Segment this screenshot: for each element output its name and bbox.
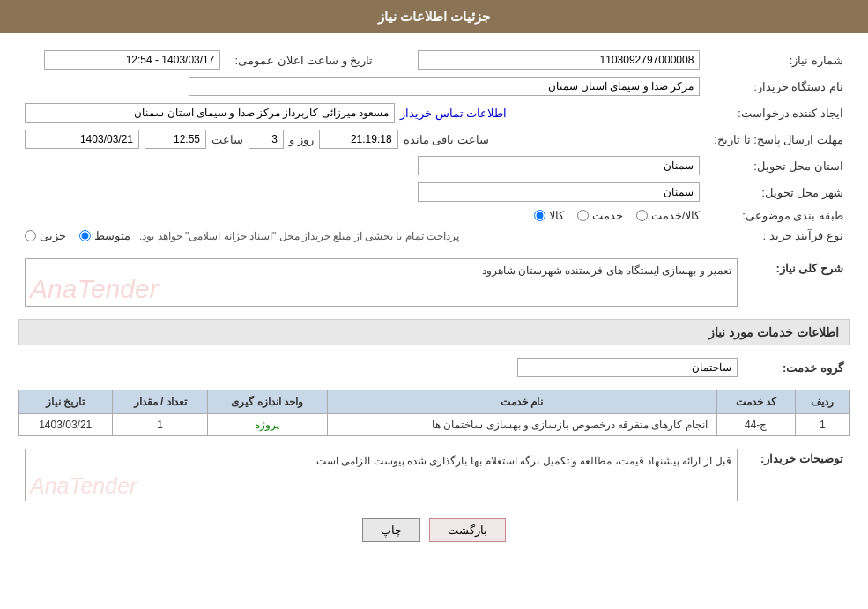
tarikh-elaan-input[interactable]	[44, 50, 220, 70]
farayand-note: پرداخت تمام یا بخشی از مبلغ خریداز محل "…	[139, 230, 459, 242]
tosehat-value: قبل از ارائه پیشنهاد قیمت، مطالعه و تکمی…	[316, 455, 731, 467]
farayand-cell: پرداخت تمام یا بخشی از مبلغ خریداز محل "…	[18, 226, 707, 246]
sharh-value: تعمیر و بهسازی ایستگاه های فرستنده شهرست…	[482, 264, 731, 277]
ostan-cell	[18, 152, 707, 179]
ijad-cell: اطلاعات تماس خریدار	[18, 100, 707, 126]
mohlat-cell: ساعت باقی مانده روز و ساعت	[18, 126, 707, 152]
col-kod: کد خدمت	[716, 390, 795, 414]
shahr-cell	[18, 179, 707, 205]
cell-tarikh: 1403/03/21	[19, 414, 113, 436]
ostan-label: استان محل تحویل:	[707, 152, 850, 179]
radio-khedmat[interactable]: خدمت	[577, 209, 623, 222]
bottom-buttons: بازگشت چاپ	[18, 518, 850, 542]
ostan-input[interactable]	[418, 156, 700, 175]
saaat-label: ساعت	[211, 133, 243, 146]
radio-jozii[interactable]: جزیی	[25, 229, 66, 242]
sharh-table: شرح کلی نیاز: تعمیر و بهسازی ایستگاه های…	[18, 255, 850, 310]
baqi-label: ساعت باقی مانده	[404, 133, 489, 146]
grooh-label: گروه خدمت:	[745, 354, 850, 381]
saaat-input[interactable]	[145, 130, 206, 149]
shomara-niaz-input[interactable]	[418, 50, 700, 70]
radio-kala-khedmat[interactable]: کالا/خدمت	[636, 209, 701, 222]
shomara-niaz-cell	[380, 47, 707, 73]
back-button[interactable]: بازگشت	[429, 518, 506, 542]
name-dastgah-input[interactable]	[189, 77, 700, 96]
table-row: 1 ج-44 انجام کارهای متفرقه درخصوص بازساز…	[19, 414, 850, 436]
sharh-label: شرح کلی نیاز:	[745, 255, 850, 310]
grooh-input[interactable]	[517, 358, 738, 377]
tosehat-container: قبل از ارائه پیشنهاد قیمت، مطالعه و تکمی…	[25, 449, 738, 501]
col-tarikh: تاریخ نیاز	[19, 390, 113, 414]
services-section-title: اطلاعات خدمات مورد نیاز	[18, 319, 850, 345]
ijad-label: ایجاد کننده درخواست:	[707, 100, 850, 126]
farayand-label: نوع فرآیند خرید :	[707, 226, 850, 246]
tosehat-label: توضیحات خریدار:	[745, 445, 850, 505]
sharh-container: تعمیر و بهسازی ایستگاه های فرستنده شهرست…	[25, 258, 738, 307]
page-header: جزئیات اطلاعات نیاز	[0, 0, 868, 33]
col-name: نام خدمت	[327, 390, 716, 414]
cell-vahed: پروژه	[207, 414, 327, 436]
col-vahed: واحد اندازه گیری	[207, 390, 327, 414]
tosehat-table: توضیحات خریدار: قبل از ارائه پیشنهاد قیم…	[18, 445, 850, 505]
watermark2: AnaTender	[30, 473, 137, 499]
rooz-label: روز و	[289, 133, 314, 146]
shahr-input[interactable]	[418, 182, 700, 202]
baqi-input[interactable]	[319, 130, 398, 149]
tarikh-elaan-label: تاریخ و ساعت اعلان عمومی:	[227, 47, 380, 73]
tabaqe-cell: کالا/خدمت خدمت کالا	[18, 205, 707, 226]
services-table: ردیف کد خدمت نام خدمت واحد اندازه گیری ت…	[18, 390, 850, 436]
mohlat-label: مهلت ارسال پاسخ: تا تاریخ:	[707, 126, 850, 152]
cell-kod: ج-44	[716, 414, 795, 436]
tabaqe-label: طبقه بندی موضوعی:	[707, 205, 850, 226]
shomara-niaz-label: شماره نیاز:	[707, 47, 850, 73]
name-dastgah-label: نام دستگاه خریدار:	[707, 73, 850, 100]
page-title: جزئیات اطلاعات نیاز	[378, 9, 490, 24]
grooh-cell	[18, 354, 745, 381]
radio-motavas[interactable]: متوسط	[79, 229, 130, 242]
radio-kala[interactable]: کالا	[534, 209, 564, 222]
name-dastgah-cell	[18, 73, 707, 100]
print-button[interactable]: چاپ	[362, 518, 420, 542]
shahr-label: شهر محل تحویل:	[707, 179, 850, 205]
col-radif: ردیف	[795, 390, 849, 414]
cell-tedad: 1	[113, 414, 207, 436]
col-tedad: تعداد / مقدار	[113, 390, 207, 414]
watermark: AnaTender	[30, 274, 159, 304]
rooz-input[interactable]	[249, 130, 284, 149]
ijad-input[interactable]	[25, 103, 395, 123]
grooh-table: گروه خدمت:	[18, 354, 850, 381]
main-info-table: شماره نیاز: تاریخ و ساعت اعلان عمومی: نا…	[18, 47, 850, 246]
cell-name: انجام کارهای متفرقه درخصوص بازسازی و بهس…	[327, 414, 716, 436]
date-input[interactable]	[25, 130, 139, 149]
tarikh-elaan-cell	[18, 47, 227, 73]
sharh-cell: تعمیر و بهسازی ایستگاه های فرستنده شهرست…	[18, 255, 745, 310]
cell-radif: 1	[795, 414, 849, 436]
contact-info-link[interactable]: اطلاعات تماس خریدار	[400, 107, 507, 120]
tosehat-cell: قبل از ارائه پیشنهاد قیمت، مطالعه و تکمی…	[18, 445, 745, 505]
